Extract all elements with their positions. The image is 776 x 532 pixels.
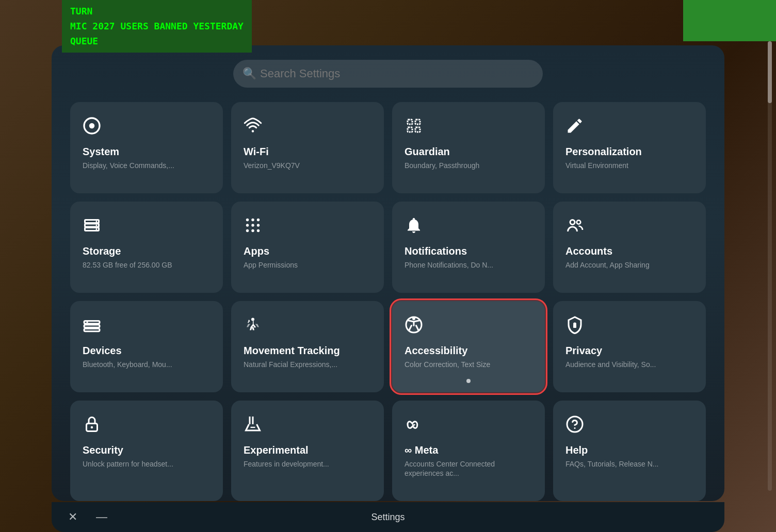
settings-panel: 🔍 SystemDisplay, Voice Commands,...Wi-Fi… xyxy=(52,45,724,501)
svg-point-15 xyxy=(257,219,260,221)
personalization-icon xyxy=(565,117,584,138)
system-title: System xyxy=(83,145,119,158)
system-subtitle: Display, Voice Commands,... xyxy=(83,161,174,170)
scrollbar-track[interactable] xyxy=(768,41,772,491)
meta-subtitle: Accounts Center Connected experiences ac… xyxy=(405,459,532,478)
svg-point-22 xyxy=(570,220,575,224)
devices-subtitle: Bluetooth, Keyboard, Mou... xyxy=(83,360,172,369)
close-button[interactable]: ✕ xyxy=(64,508,82,526)
privacy-subtitle: Audience and Visibility, So... xyxy=(565,360,656,369)
terminal-line2: MIC 2027 USERS BANNED YESTERDAY xyxy=(70,19,244,34)
storage-subtitle: 82.53 GB free of 256.00 GB xyxy=(83,260,172,270)
devices-title: Devices xyxy=(83,344,122,357)
svg-point-35 xyxy=(91,426,93,429)
svg-point-29 xyxy=(248,320,249,321)
accounts-icon xyxy=(565,216,584,238)
tile-apps[interactable]: AppsApp Permissions xyxy=(231,202,384,293)
guardian-title: Guardian xyxy=(405,145,450,158)
accessibility-icon xyxy=(405,315,423,337)
notifications-subtitle: Phone Notifications, Do N... xyxy=(405,260,493,270)
meta-icon xyxy=(405,415,423,437)
svg-point-2 xyxy=(252,130,254,132)
svg-point-21 xyxy=(257,229,260,232)
wifi-title: Wi-Fi xyxy=(244,145,269,158)
tile-guardian[interactable]: GuardianBoundary, Passthrough xyxy=(392,102,545,193)
svg-point-11 xyxy=(96,224,98,226)
accessibility-indicator-dot xyxy=(466,379,471,383)
apps-title: Apps xyxy=(244,245,269,257)
search-input[interactable] xyxy=(233,60,543,88)
experimental-icon xyxy=(244,415,262,437)
tile-help[interactable]: HelpFAQs, Tutorials, Release N... xyxy=(553,401,706,501)
svg-point-20 xyxy=(251,229,254,232)
svg-point-28 xyxy=(251,318,254,321)
devices-icon xyxy=(83,315,101,337)
tile-meta[interactable]: ∞ MetaAccounts Center Connected experien… xyxy=(392,401,545,501)
settings-grid: SystemDisplay, Voice Commands,...Wi-FiVe… xyxy=(70,102,706,501)
guardian-icon xyxy=(405,117,423,138)
top-right-decoration xyxy=(683,0,776,41)
tile-privacy[interactable]: PrivacyAudience and Visibility, So... xyxy=(553,301,706,392)
tile-system[interactable]: SystemDisplay, Voice Commands,... xyxy=(70,102,223,193)
tile-movement[interactable]: Movement TrackingNatural Facial Expressi… xyxy=(231,301,384,392)
wifi-icon xyxy=(244,117,262,138)
help-icon xyxy=(565,415,584,437)
terminal-line3: QUEUE xyxy=(70,34,244,49)
security-subtitle: Unlock pattern for headset... xyxy=(83,459,173,469)
svg-rect-5 xyxy=(408,127,412,132)
experimental-title: Experimental xyxy=(244,444,309,456)
notifications-title: Notifications xyxy=(405,245,467,257)
svg-point-39 xyxy=(574,427,576,429)
svg-rect-6 xyxy=(415,127,420,132)
accessibility-title: Accessibility xyxy=(405,344,467,357)
privacy-title: Privacy xyxy=(565,344,602,357)
bottom-title: Settings xyxy=(371,512,405,523)
svg-point-12 xyxy=(96,228,98,230)
experimental-subtitle: Features in development... xyxy=(244,459,329,469)
svg-point-14 xyxy=(251,219,254,221)
meta-title: ∞ Meta xyxy=(405,444,438,456)
tile-experimental[interactable]: ExperimentalFeatures in development... xyxy=(231,401,384,501)
svg-point-13 xyxy=(246,219,249,221)
bottom-controls: ✕ — xyxy=(64,508,111,526)
svg-point-1 xyxy=(89,123,95,129)
personalization-title: Personalization xyxy=(565,145,642,158)
tile-notifications[interactable]: NotificationsPhone Notifications, Do N..… xyxy=(392,202,545,293)
accessibility-subtitle: Color Correction, Text Size xyxy=(405,360,490,369)
minimize-button[interactable]: — xyxy=(92,508,111,526)
accounts-title: Accounts xyxy=(565,245,612,257)
personalization-subtitle: Virtual Environment xyxy=(565,161,628,170)
tile-security[interactable]: SecurityUnlock pattern for headset... xyxy=(70,401,223,501)
tile-personalization[interactable]: PersonalizationVirtual Environment xyxy=(553,102,706,193)
notifications-icon xyxy=(405,216,423,238)
accounts-subtitle: Add Account, App Sharing xyxy=(565,260,650,270)
movement-subtitle: Natural Facial Expressions,... xyxy=(244,360,337,369)
svg-point-23 xyxy=(577,220,581,224)
security-icon xyxy=(83,415,101,437)
tile-accounts[interactable]: AccountsAdd Account, App Sharing xyxy=(553,202,706,293)
search-container: 🔍 xyxy=(70,60,706,88)
svg-rect-3 xyxy=(408,120,412,124)
tile-devices[interactable]: DevicesBluetooth, Keyboard, Mou... xyxy=(70,301,223,392)
privacy-icon xyxy=(565,315,584,337)
terminal-line1: TURN xyxy=(70,4,244,19)
terminal-overlay: TURN MIC 2027 USERS BANNED YESTERDAY QUE… xyxy=(62,0,252,53)
tile-accessibility[interactable]: AccessibilityColor Correction, Text Size xyxy=(392,301,545,392)
svg-rect-33 xyxy=(573,325,576,328)
bottom-bar: ✕ — Settings xyxy=(52,502,724,532)
svg-point-16 xyxy=(246,224,249,226)
svg-point-10 xyxy=(96,221,98,222)
svg-rect-25 xyxy=(84,325,100,327)
storage-icon xyxy=(83,216,101,238)
tile-storage[interactable]: Storage82.53 GB free of 256.00 GB xyxy=(70,202,223,293)
movement-title: Movement Tracking xyxy=(244,344,340,357)
search-wrapper: 🔍 xyxy=(233,60,543,88)
security-title: Security xyxy=(83,444,123,456)
movement-icon xyxy=(244,315,262,337)
scrollbar-thumb[interactable] xyxy=(768,41,772,103)
svg-point-17 xyxy=(251,224,254,226)
wifi-subtitle: Verizon_V9KQ7V xyxy=(244,161,300,170)
svg-point-18 xyxy=(257,224,260,226)
tile-wifi[interactable]: Wi-FiVerizon_V9KQ7V xyxy=(231,102,384,193)
guardian-subtitle: Boundary, Passthrough xyxy=(405,161,479,170)
